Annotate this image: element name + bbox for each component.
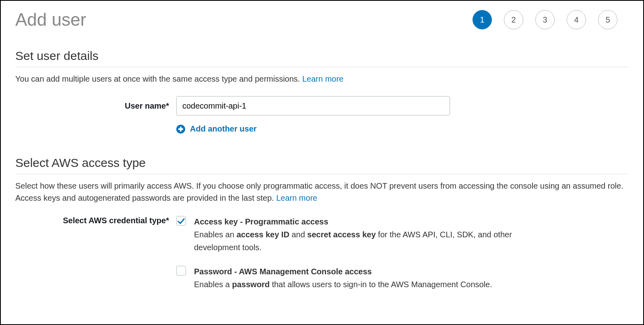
learn-more-link-details[interactable]: Learn more <box>302 74 343 83</box>
checkbox-programmatic-access[interactable] <box>176 216 186 226</box>
step-1[interactable]: 1 <box>473 10 492 29</box>
section-desc-details: You can add multiple users at once with … <box>15 73 629 85</box>
learn-more-link-access[interactable]: Learn more <box>276 193 317 202</box>
section-access-type: Select AWS access type Select how these … <box>15 156 629 302</box>
option-programmatic-text: Access key - Programmatic access Enables… <box>194 215 530 254</box>
add-another-user-button[interactable]: Add another user <box>176 124 629 134</box>
option-programmatic-title: Access key - Programmatic access <box>194 215 530 228</box>
step-4[interactable]: 4 <box>567 10 586 29</box>
option-programmatic-access: Access key - Programmatic access Enables… <box>176 215 530 254</box>
credential-type-label: Select AWS credential type* <box>15 215 176 225</box>
step-3[interactable]: 3 <box>535 10 555 29</box>
credential-type-row: Select AWS credential type* Access key -… <box>15 215 629 302</box>
details-desc-text: You can add multiple users at once with … <box>15 74 302 83</box>
credential-options: Access key - Programmatic access Enables… <box>176 215 629 302</box>
checkbox-console-access[interactable] <box>176 266 186 276</box>
step-5[interactable]: 5 <box>598 10 617 29</box>
header: Add user 1 2 3 4 5 <box>15 10 629 30</box>
section-heading-details: Set user details <box>15 49 629 67</box>
page-title: Add user <box>15 10 86 30</box>
option-console-title: Password - AWS Management Console access <box>194 265 492 278</box>
add-another-user-label: Add another user <box>190 124 257 134</box>
section-desc-access: Select how these users will primarily ac… <box>15 180 629 204</box>
username-row: User name* <box>15 96 629 115</box>
option-console-access: Password - AWS Management Console access… <box>176 265 530 291</box>
section-user-details: Set user details You can add multiple us… <box>15 49 629 134</box>
username-label: User name* <box>15 101 176 111</box>
option-console-text: Password - AWS Management Console access… <box>194 265 492 291</box>
username-input[interactable] <box>176 96 450 115</box>
section-heading-access: Select AWS access type <box>15 156 629 174</box>
step-2[interactable]: 2 <box>504 10 523 29</box>
access-desc-text: Select how these users will primarily ac… <box>15 181 623 202</box>
plus-circle-icon <box>176 125 185 134</box>
wizard-steps: 1 2 3 4 5 <box>473 10 617 29</box>
